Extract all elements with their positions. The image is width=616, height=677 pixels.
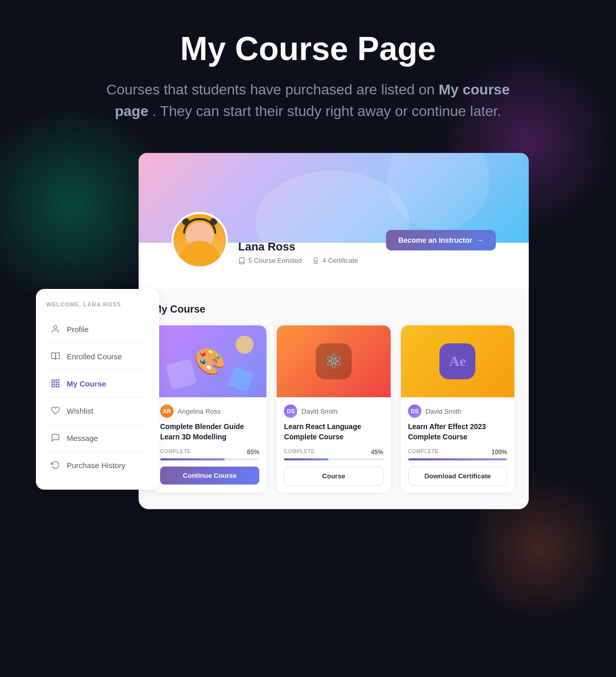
progress-label-react: COMPLETE: [284, 449, 315, 456]
progress-bar-fill-blender: [160, 458, 225, 460]
svg-rect-3: [56, 380, 59, 383]
sidebar-divider-3: [46, 397, 149, 397]
react-symbol: ⚛: [324, 350, 343, 373]
sidebar-message-label: Message: [67, 434, 98, 442]
course-body-blender: AR Angelina Ross Complete Blender Guide …: [153, 397, 266, 491]
progress-pct-react: 45%: [371, 449, 383, 456]
sidebar-divider-5: [46, 451, 149, 452]
sidebar-item-profile[interactable]: Profile: [46, 318, 149, 340]
sidebar-my-course-label: My Course: [67, 379, 106, 388]
course-card-react: ⚛ DS David Smith Learn React Language Co…: [277, 325, 390, 492]
avatar-image: [174, 214, 226, 266]
progress-label-aftereffects: COMPLETE: [408, 449, 439, 456]
svg-rect-4: [52, 384, 54, 387]
author-name-react: David Smith: [301, 408, 337, 415]
progress-aftereffects: COMPLETE 100%: [408, 449, 507, 460]
ae-text: Ae: [449, 353, 466, 370]
subtitle-plain: Courses that students have purchased are…: [106, 82, 439, 98]
author-avatar-aftereffects: DS: [408, 404, 421, 418]
certificate-icon: [312, 257, 319, 264]
arrow-icon: →: [476, 236, 484, 244]
progress-pct-aftereffects: 100%: [491, 449, 507, 456]
sidebar-item-purchase-history[interactable]: Purchase History: [46, 454, 149, 476]
sidebar-divider-2: [46, 370, 149, 370]
progress-label-row-blender: COMPLETE 65%: [160, 449, 259, 456]
profile-details: Lana Ross 5 Course Enrolled: [238, 240, 386, 268]
course-title-blender: Complete Blender Guide Learn 3D Modellin…: [160, 422, 259, 442]
progress-bar-fill-aftereffects: [408, 458, 507, 460]
sidebar-item-message[interactable]: Message: [46, 427, 149, 449]
sidebar-item-my-course[interactable]: My Course: [46, 372, 149, 395]
sidebar-item-wishlist[interactable]: Wishlist: [46, 399, 149, 422]
course-thumbnail-aftereffects: Ae: [401, 325, 514, 397]
my-course-icon: [50, 378, 61, 389]
courses-enrolled-count: 5 Course Enrolled: [248, 257, 302, 264]
book-icon: [238, 257, 245, 264]
svg-rect-2: [52, 380, 54, 383]
sidebar-purchase-history-label: Purchase History: [67, 461, 125, 470]
subtitle-end: . They can start their study right away …: [152, 103, 502, 119]
course-author-blender: AR Angelina Ross: [160, 404, 259, 418]
hero-section: My Course Page Courses that students hav…: [0, 0, 616, 143]
progress-bar-fill-react: [284, 458, 329, 460]
hero-subtitle: Courses that students have purchased are…: [103, 79, 513, 122]
progress-label-row-aftereffects: COMPLETE 100%: [408, 449, 507, 456]
progress-bar-bg-blender: [160, 458, 259, 460]
course-title-react: Learn React Language Complete Course: [284, 422, 383, 442]
sidebar-divider-4: [46, 424, 149, 424]
blender-emoji: 🎨: [194, 346, 226, 376]
author-name-aftereffects: David Smith: [426, 408, 461, 415]
progress-label-row-react: COMPLETE 45%: [284, 449, 383, 456]
progress-blender: COMPLETE 65%: [160, 449, 259, 460]
certificates-meta: 4 Certificate: [312, 257, 358, 264]
courses-enrolled-meta: 5 Course Enrolled: [238, 257, 302, 264]
course-thumbnail-react: ⚛: [277, 325, 390, 397]
page-title: My Course Page: [51, 31, 565, 67]
book-open-icon: [50, 351, 61, 361]
profile-name: Lana Ross: [238, 240, 386, 254]
ui-container: Lana Ross 5 Course Enrolled: [87, 153, 529, 509]
progress-bar-bg-react: [284, 458, 383, 460]
message-icon: [50, 433, 61, 443]
course-author-react: DS David Smith: [284, 404, 383, 418]
content-area: Welcome, Lara Ross Profile Enrolled Cour…: [139, 289, 529, 509]
course-title-aftereffects: Learn After Effect 2023 Complete Course: [408, 422, 507, 442]
sidebar: Welcome, Lara Ross Profile Enrolled Cour…: [36, 289, 159, 490]
sidebar-welcome: Welcome, Lara Ross: [46, 301, 149, 307]
course-body-aftereffects: DS David Smith Learn After Effect 2023 C…: [401, 397, 514, 492]
profile-card-body: Lana Ross 5 Course Enrolled: [139, 212, 529, 289]
certificates-count: 4 Certificate: [322, 257, 358, 264]
author-avatar-blender: AR: [160, 404, 174, 418]
sidebar-item-enrolled-course[interactable]: Enrolled Course: [46, 345, 149, 367]
course-button-react[interactable]: Course: [284, 467, 383, 486]
course-body-react: DS David Smith Learn React Language Comp…: [277, 397, 390, 492]
course-thumbnail-blender: 🎨: [153, 325, 266, 397]
progress-label-blender: COMPLETE: [160, 449, 191, 456]
profile-meta: 5 Course Enrolled 4 Certificate: [238, 257, 386, 264]
svg-point-0: [314, 258, 318, 261]
sidebar-profile-label: Profile: [67, 325, 89, 334]
author-name-blender: Angelina Ross: [178, 408, 221, 415]
sidebar-enrolled-label: Enrolled Course: [67, 352, 122, 361]
become-instructor-button[interactable]: Become an Instructor →: [386, 230, 496, 250]
profile-info-row: Lana Ross 5 Course Enrolled: [155, 212, 512, 279]
profile-card: Lana Ross 5 Course Enrolled: [139, 153, 529, 289]
svg-rect-5: [56, 384, 59, 387]
svg-point-1: [54, 326, 57, 329]
continue-course-button[interactable]: Continue Course: [160, 467, 259, 485]
download-certificate-button[interactable]: Download Certificate: [408, 467, 507, 486]
courses-grid: 🎨 AR Angelina Ross Complete Blender Guid…: [153, 325, 514, 492]
heart-icon: [50, 405, 61, 416]
author-avatar-react: DS: [284, 404, 297, 418]
course-card-aftereffects: Ae DS David Smith Learn After Effect 202…: [401, 325, 514, 492]
progress-bar-bg-aftereffects: [408, 458, 507, 460]
sidebar-divider-1: [46, 342, 149, 343]
my-course-title: My Course: [153, 303, 514, 315]
my-course-section: My Course 🎨: [139, 289, 529, 509]
course-card-blender: 🎨 AR Angelina Ross Complete Blender Guid…: [153, 325, 266, 492]
course-author-aftereffects: DS David Smith: [408, 404, 507, 418]
sidebar-wishlist-label: Wishlist: [67, 407, 93, 415]
history-icon: [50, 460, 61, 470]
progress-react: COMPLETE 45%: [284, 449, 383, 460]
avatar: [171, 212, 228, 268]
